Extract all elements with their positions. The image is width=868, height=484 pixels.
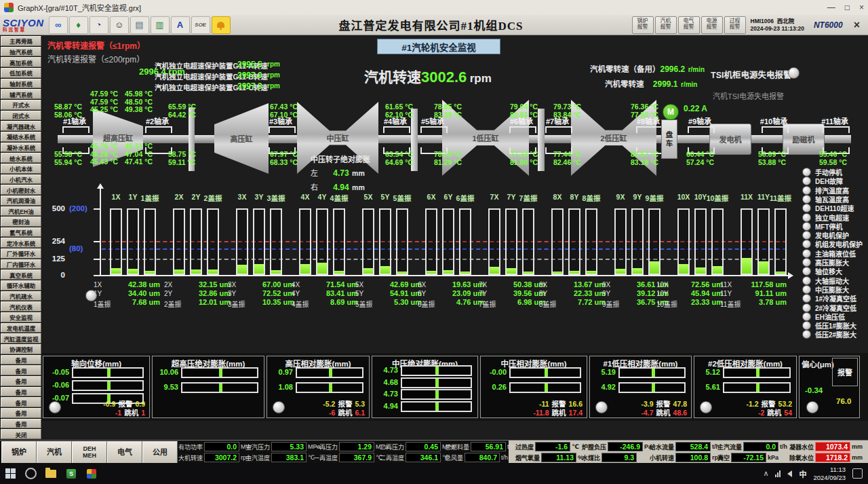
alarm-bell-icon[interactable] bbox=[212, 16, 231, 34]
tsi-cabinet-alarm-text: TSI机柜电源失电报警 bbox=[711, 68, 791, 81]
ip-expansion-title: 中压转子绝对膨胀 bbox=[311, 153, 370, 164]
sidebar-item[interactable]: 汽机疏水 bbox=[1, 291, 41, 301]
alarm-button-1[interactable]: 锅炉报警 bbox=[632, 16, 654, 34]
sidebar-item[interactable]: 厂内循环水 bbox=[1, 259, 41, 269]
sidebar-item[interactable]: 发电机温度 bbox=[1, 323, 41, 333]
volume-icon[interactable] bbox=[787, 470, 792, 477]
sidebar-item[interactable]: 小机密封水 bbox=[1, 185, 41, 195]
panel-value: -0.05 bbox=[45, 368, 69, 376]
vibration-bar-fill bbox=[271, 270, 281, 274]
sidebar-item[interactable]: 凝结水系统 bbox=[1, 132, 41, 142]
soe-icon[interactable]: SOE bbox=[191, 16, 210, 34]
sidebar-item[interactable]: 备用 bbox=[1, 419, 41, 429]
vibration-readout-label: 10盖振 bbox=[656, 299, 677, 309]
sidebar-item[interactable]: 厂外循环水 bbox=[1, 248, 41, 259]
notification-center-icon[interactable] bbox=[852, 468, 863, 479]
sidebar-item[interactable]: 抽汽系统 bbox=[1, 47, 41, 57]
vibration-readout-value: 32.86 um bbox=[189, 289, 231, 297]
sidebar-item[interactable]: 主再旁路 bbox=[1, 36, 41, 46]
file-explorer-icon[interactable] bbox=[41, 463, 61, 484]
sidebar-item[interactable]: 备用 bbox=[1, 387, 41, 397]
status-unit: mm bbox=[852, 443, 863, 450]
alarm-lamp bbox=[802, 285, 811, 294]
alarm-lamp bbox=[802, 240, 811, 248]
sidebar-item[interactable]: 循环水辅助 bbox=[1, 280, 41, 291]
close-button[interactable]: × bbox=[859, 3, 864, 12]
panel-gauge bbox=[296, 367, 363, 378]
sidebar-item[interactable]: 备用 bbox=[1, 408, 41, 418]
sidebar-item[interactable]: 轴封系统 bbox=[1, 79, 41, 89]
sidebar-item[interactable]: 备用 bbox=[1, 355, 41, 365]
alarm-button-3[interactable]: 电气报警 bbox=[678, 16, 700, 34]
sidebar-item[interactable]: 给水系统 bbox=[1, 153, 41, 163]
expansion-panel: 高压相对膨胀(mm)0.971.08-5.2报警5.3-6跳机6.1 bbox=[267, 356, 370, 418]
font-icon[interactable]: A bbox=[171, 16, 190, 34]
app-icon-green[interactable]: S bbox=[61, 463, 81, 484]
screen-tab-4[interactable]: 电气 bbox=[107, 441, 142, 464]
alarm-button-5[interactable]: 过程报警 bbox=[724, 16, 746, 34]
maximize-button[interactable]: □ bbox=[845, 3, 850, 12]
search-icon[interactable] bbox=[20, 463, 41, 484]
status-item: 有功功率0.0MW bbox=[178, 442, 252, 451]
screen-tab-1[interactable]: 锅炉 bbox=[1, 441, 37, 464]
sidebar-item[interactable]: 汽机EH油 bbox=[1, 206, 41, 217]
hmi-date: 2024-09-23 bbox=[751, 25, 780, 32]
sciyon-logo: SCIYON 科远智慧 bbox=[3, 18, 44, 33]
sidebar-item[interactable]: 汽机仪表 bbox=[1, 301, 41, 312]
screen-tab-3[interactable]: DEHMEH bbox=[72, 441, 107, 464]
sidebar-item[interactable]: 闭式水 bbox=[1, 111, 41, 121]
tray-expand-icon[interactable]: ∧ bbox=[763, 469, 768, 478]
sidebar-item[interactable]: 定冷水系统 bbox=[1, 238, 41, 248]
sidebar-item[interactable]: 汽缸温度监视 bbox=[1, 333, 41, 343]
status-label: 小机转速 bbox=[650, 453, 674, 462]
alarm-button-2[interactable]: 汽机报警 bbox=[655, 16, 677, 34]
screen-tab-2[interactable]: 汽机 bbox=[37, 441, 72, 464]
clock-icon[interactable]: ◔ bbox=[90, 16, 108, 34]
sidebar-item[interactable]: 备用 bbox=[1, 397, 41, 407]
status-label: 凝器水位 bbox=[789, 443, 814, 451]
alarm-button-4[interactable]: 电源报警 bbox=[701, 16, 723, 34]
screen-tab-5[interactable]: 公用 bbox=[142, 441, 178, 464]
network-icon[interactable] bbox=[775, 470, 781, 477]
sidebar-item[interactable]: 密封油 bbox=[1, 217, 41, 227]
sidebar-item[interactable]: 开式水 bbox=[1, 100, 41, 110]
zero-speed-backup-value: 2996.2 bbox=[660, 64, 686, 74]
taskbar-clock[interactable]: 11:132024/09/23 bbox=[813, 466, 846, 482]
toolbar-close-icon[interactable]: × bbox=[854, 19, 860, 31]
sidebar-item[interactable]: 关闭 bbox=[1, 429, 41, 439]
alarm-lamp bbox=[802, 249, 811, 258]
sidebar-item[interactable]: 真空系统 bbox=[1, 269, 41, 280]
input-language-indicator[interactable]: 中 bbox=[799, 468, 806, 479]
user-icon[interactable]: ☺ bbox=[110, 16, 129, 34]
report-icon[interactable]: ▤ bbox=[130, 16, 149, 34]
sidebar-item[interactable]: 备用 bbox=[1, 376, 41, 386]
bar-header-label: 5盖振 bbox=[393, 193, 412, 203]
sidebar-item[interactable]: 安全监视 bbox=[1, 312, 41, 322]
sidebar-item[interactable]: 高加系统 bbox=[1, 57, 41, 67]
page-tag: #1汽轮机安全监视 bbox=[377, 39, 500, 54]
link-icon[interactable]: ∞ bbox=[49, 16, 68, 34]
vibration-bar bbox=[396, 208, 408, 275]
bar-header-label: 1X bbox=[112, 193, 121, 201]
start-button[interactable] bbox=[0, 463, 20, 484]
vibration-bar bbox=[488, 208, 500, 275]
minimize-button[interactable]: — bbox=[827, 3, 835, 12]
sidebar-item[interactable]: 小机汽水 bbox=[1, 174, 41, 185]
cards-icon[interactable]: ▥ bbox=[151, 16, 170, 34]
vibration-bar-fill bbox=[776, 272, 785, 274]
sidebar-item[interactable]: 汽机润滑油 bbox=[1, 196, 41, 206]
sidebar-item[interactable]: 低加系统 bbox=[1, 68, 41, 78]
ip-exp-left-unit: mm bbox=[352, 169, 365, 177]
sidebar-item[interactable]: 小机本体 bbox=[1, 164, 41, 174]
sidebar-item[interactable]: 氢气系统 bbox=[1, 227, 41, 238]
sidebar-item[interactable]: 备用 bbox=[1, 365, 41, 375]
graphx-taskbar-icon[interactable] bbox=[81, 463, 102, 484]
sidebar-item[interactable]: 协调控制 bbox=[1, 344, 41, 354]
sidebar-item[interactable]: 凝补水系统 bbox=[1, 143, 41, 153]
bearing-temp-readout: 67.97 °C68.33 °C bbox=[270, 151, 298, 166]
sidebar-item[interactable]: 辅汽系统 bbox=[1, 89, 41, 99]
vibration-bar-fill bbox=[397, 272, 407, 274]
draw-icon[interactable]: ♦ bbox=[69, 16, 88, 34]
chart-x-arrow bbox=[788, 272, 793, 279]
sidebar-item[interactable]: 凝汽器疏水 bbox=[1, 121, 41, 131]
